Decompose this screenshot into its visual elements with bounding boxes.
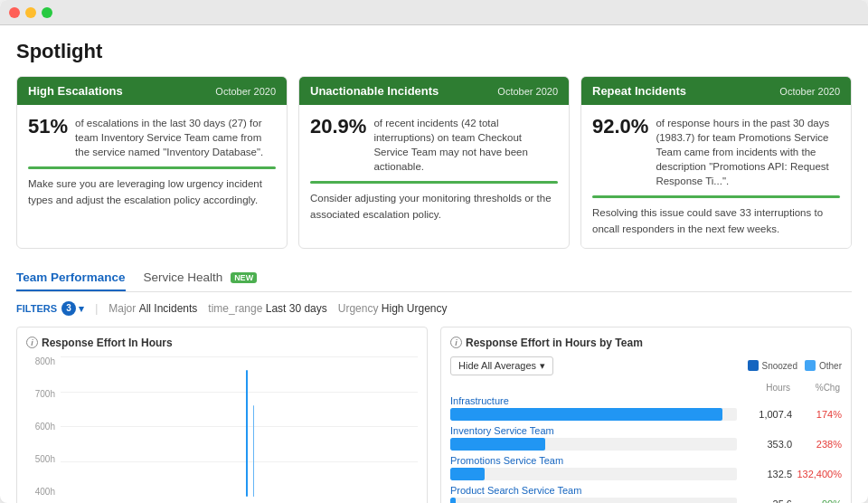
titlebar [0,0,868,25]
spotlight-cards: High Escalations October 2020 51% of esc… [16,76,852,249]
card-body-3: 92.0% of response hours in the past 30 d… [581,105,851,248]
team-table-header: Hours %Chg [450,383,842,393]
tab-service-health[interactable]: Service Health NEW [144,265,258,291]
card-body-1: 51% of escalations in the last 30 days (… [17,105,287,219]
team-name-infrastructure[interactable]: Infrastructure [450,395,842,406]
filter-major: Major All Incidents [108,302,197,315]
team-hours-0: 1,007.4 [742,409,792,420]
y-axis: 800h 700h 600h 500h 400h [26,356,59,497]
team-row-2: Promotions Service Team 132.5 132,400% [450,455,842,480]
card-title-1: High Escalations [28,84,123,98]
team-table: Hours %Chg Infrastructure 1,007.4 1 [450,383,842,503]
team-bar-bg-2 [450,468,737,480]
team-bar-fill-2 [450,468,485,480]
green-bar-3 [592,195,840,198]
filter-label[interactable]: FILTERS 3 ▾ [16,301,84,316]
stat-desc-1: of escalations in the last 30 days (27) … [75,116,276,159]
stat-pct-1: 51% [28,116,68,138]
team-name-promotions[interactable]: Promotions Service Team [450,455,842,466]
main-content: Spotlight High Escalations October 2020 … [0,25,868,503]
team-stats-1: 353.0 238% [742,439,842,450]
card-header-2: Unactionable Incidents October 2020 [299,77,569,105]
green-bar-1 [28,166,276,169]
card-date-2: October 2020 [497,86,558,97]
repeat-incidents-card: Repeat Incidents October 2020 92.0% of r… [580,76,852,249]
stat-desc-3: of response hours in the past 30 days (1… [656,116,840,188]
legend-snoozed: Snoozed [748,360,797,371]
card-header-3: Repeat Incidents October 2020 [581,77,851,105]
minimize-dot[interactable] [25,7,36,18]
filters-row: FILTERS 3 ▾ | Major All Incidents time_r… [16,301,852,316]
team-bar-bg-1 [450,438,737,451]
team-bar-row-0: 1,007.4 174% [450,408,842,421]
hline-2 [61,392,418,393]
col-pct-chg: %Chg [790,383,840,393]
app-window: Spotlight High Escalations October 2020 … [0,0,868,503]
card-advice-2: Consider adjusting your monitoring thres… [310,191,558,223]
new-badge: NEW [231,272,257,283]
spike-bar-2 [253,405,254,497]
team-pct-1: 238% [792,439,842,450]
green-bar-2 [310,181,558,184]
hline-3 [61,426,418,427]
stat-pct-3: 92.0% [592,116,648,138]
card-date-3: October 2020 [779,86,840,97]
team-row-0: Infrastructure 1,007.4 174% [450,395,842,421]
team-name-product-search[interactable]: Product Search Service Team [450,485,842,496]
team-bar-fill-3 [450,498,456,503]
team-pct-2: 132,400% [792,469,842,479]
team-stats-2: 132.5 132,400% [742,469,842,479]
chart-left: i Response Effort In Hours 800h 700h 600… [16,327,428,503]
stat-row-3: 92.0% of response hours in the past 30 d… [592,116,840,188]
card-title-2: Unactionable Incidents [310,84,439,98]
team-bar-bg-3 [450,498,737,503]
hline-1 [61,356,418,357]
filter-separator-1: | [95,302,98,315]
high-escalations-card: High Escalations October 2020 51% of esc… [16,76,288,249]
filter-time-range: time_range Last 30 days [208,302,326,315]
stat-desc-2: of recent incidents (42 total interrupti… [373,116,558,174]
col-hours: Hours [741,383,790,393]
maximize-dot[interactable] [42,7,52,18]
tab-team-performance[interactable]: Team Performance [16,265,126,291]
page-title: Spotlight [16,40,852,63]
y-label-500: 500h [35,454,55,464]
team-name-inventory[interactable]: Inventory Service Team [450,425,842,436]
card-date-1: October 2020 [215,86,276,97]
team-hours-1: 353.0 [742,439,792,450]
right-chart-controls: Hide All Averages ▾ Snoozed Other [450,356,842,375]
chart-right: i Response Effort in Hours by Team Hide … [440,327,852,503]
y-label-700: 700h [35,389,55,399]
stat-pct-2: 20.9% [310,116,366,138]
legend-dot-snoozed [748,360,759,371]
dropdown-chevron-icon: ▾ [540,360,545,372]
legend-other: Other [805,360,842,371]
chart-left-title: i Response Effort In Hours [26,337,418,349]
legend-dot-other [805,360,816,371]
card-title-3: Repeat Incidents [592,84,686,98]
team-hours-2: 132.5 [742,469,792,479]
close-dot[interactable] [9,7,20,18]
team-bar-row-1: 353.0 238% [450,438,842,451]
card-advice-3: Resolving this issue could save 33 inter… [592,205,840,237]
stat-row-1: 51% of escalations in the last 30 days (… [28,116,276,159]
filter-urgency: Urgency High Urgency [338,302,448,315]
team-row-3: Product Search Service Team 25.6 -90% [450,485,842,503]
card-advice-1: Make sure you are leveraging low urgency… [28,176,276,208]
tabs-row: Team Performance Service Health NEW [16,265,852,292]
y-label-800: 800h [35,356,55,366]
stat-row-2: 20.9% of recent incidents (42 total inte… [310,116,558,174]
chart-plot [61,356,418,497]
team-row-1: Inventory Service Team 353.0 238% [450,425,842,451]
legend-row: Snoozed Other [748,360,843,371]
team-bar-row-2: 132.5 132,400% [450,468,842,480]
hline-4 [61,461,418,462]
team-bar-bg-0 [450,408,737,421]
team-stats-0: 1,007.4 174% [742,409,842,420]
hide-averages-dropdown[interactable]: Hide All Averages ▾ [450,356,553,375]
y-label-600: 600h [35,422,55,432]
team-hours-3: 25.6 [742,498,792,503]
chart-right-title: i Response Effort in Hours by Team [450,337,842,349]
chart-left-area: 800h 700h 600h 500h 400h [26,356,418,497]
y-label-400: 400h [35,487,55,497]
